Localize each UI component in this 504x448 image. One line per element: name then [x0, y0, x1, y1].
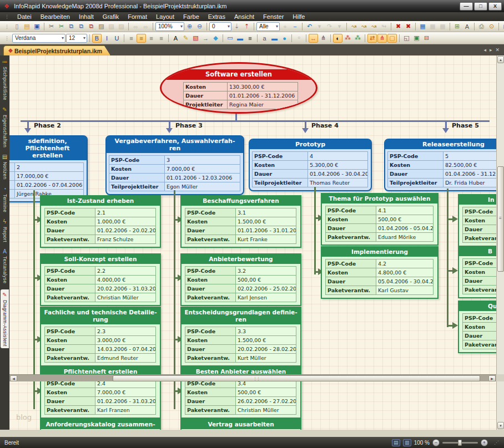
- zoom-slider-thumb[interactable]: [458, 440, 462, 446]
- line-width-icon[interactable]: ≡: [245, 34, 255, 43]
- root-node[interactable]: Software erstellen Kosten130.300,00 €Dau…: [160, 62, 317, 114]
- copy-structure-icon[interactable]: ⧉: [87, 22, 96, 31]
- sidebar-item-report[interactable]: ϟ Report: [1, 218, 9, 242]
- open-folder-icon[interactable]: ▤: [22, 22, 32, 31]
- phase-box-2[interactable]: sdefinition, Pflichtenheft erstellen PSP…: [9, 135, 88, 202]
- level-combo[interactable]: 0▾: [209, 22, 231, 31]
- zoom-slider[interactable]: [442, 442, 478, 444]
- menu-extras[interactable]: Extras: [204, 13, 230, 21]
- tab-prev-icon[interactable]: ◂: [483, 47, 486, 53]
- work-package-box[interactable]: Soll-Konzept erstellen PSP-Code2.2Kosten…: [40, 253, 161, 306]
- phase-box-5[interactable]: Releaseerstellung PSP-Code5Kosten82.500,…: [384, 139, 496, 191]
- scroll-up-icon[interactable]: ▲: [497, 56, 504, 63]
- fill-color-icon[interactable]: ◆: [211, 34, 220, 43]
- view-normal-icon[interactable]: ▤: [392, 439, 400, 446]
- tab-close-icon[interactable]: ✕: [495, 47, 500, 53]
- new-document-icon[interactable]: ▯: [12, 22, 22, 31]
- scroll-left-icon[interactable]: ◀: [10, 375, 17, 381]
- swap-branches-icon[interactable]: ⇄: [367, 34, 377, 43]
- italic-icon[interactable]: I: [102, 34, 112, 43]
- connector-curve-icon[interactable]: ↝: [359, 22, 369, 31]
- presentation-icon[interactable]: ▢: [501, 22, 504, 31]
- vertical-scrollbar[interactable]: ▲ ▼: [496, 55, 504, 430]
- sidebar-item-textanalyse[interactable]: A Textanalyse: [1, 247, 9, 283]
- zoom-in-icon[interactable]: ⊕: [185, 22, 194, 31]
- font-combo[interactable]: Verdana▾: [12, 34, 65, 43]
- delete-item-icon[interactable]: ✖: [394, 22, 403, 31]
- print-icon[interactable]: ⎙: [477, 22, 486, 31]
- menu-datei[interactable]: Datei: [13, 13, 36, 21]
- tree-structure-icon[interactable]: ⋔: [377, 34, 387, 43]
- zoom-out-icon[interactable]: ⊖: [195, 22, 204, 31]
- scroll-right-icon[interactable]: ▶: [488, 375, 496, 381]
- document-tab[interactable]: ❖ BeispielProjektstrukturplan.ikm: [3, 45, 110, 55]
- arrow-style-icon[interactable]: →: [201, 34, 210, 43]
- work-package-box[interactable]: Beschaffungsverfahren PSP-Code3.1Kosten1…: [180, 195, 301, 248]
- level-down-icon[interactable]: ⇣: [232, 22, 241, 31]
- horizontal-scrollbar[interactable]: ◀ ▶: [9, 374, 496, 381]
- menu-ansicht[interactable]: Ansicht: [230, 13, 259, 21]
- menu-layout[interactable]: Layout: [152, 13, 179, 21]
- work-package-box[interactable]: Vertrag ausarbeiten: [180, 419, 301, 430]
- work-package-box[interactable]: In PSP-CodeKostenDauerPaketverantw.: [458, 194, 496, 247]
- minimize-button[interactable]: —: [460, 2, 473, 11]
- work-package-box[interactable]: Entscheidungsgrundlagen definie- ren PSP…: [180, 307, 301, 366]
- work-package-box[interactable]: Ist-Zustand erheben PSP-Code2.1Kosten1.0…: [40, 195, 161, 248]
- work-package-box[interactable]: Implementierung PSP-Code4.2Kosten4.800,0…: [321, 246, 439, 299]
- menu-bearbeiten[interactable]: Bearbeiten: [36, 13, 74, 21]
- cut-special-icon[interactable]: ✂: [57, 22, 66, 31]
- node-colors-icon[interactable]: ⁂: [353, 34, 362, 43]
- bold-icon[interactable]: B: [92, 34, 102, 43]
- close-button[interactable]: X: [488, 2, 502, 11]
- selection-frame-icon[interactable]: ▢: [387, 34, 397, 43]
- sidebar-item-eigenschaften[interactable]: ✎ Eigenschaften: [1, 106, 9, 147]
- copy-special-icon[interactable]: ⧉: [77, 22, 86, 31]
- save-icon[interactable]: ▣: [32, 22, 42, 31]
- menu-inhalt[interactable]: Inhalt: [74, 13, 98, 21]
- zoom-in-button[interactable]: +: [481, 439, 488, 446]
- border-color-icon[interactable]: ▧: [191, 34, 200, 43]
- work-package-box[interactable]: Qu PSP-CodeKostenDauerPaketverantw.: [458, 301, 496, 353]
- node-shape-icon[interactable]: ▭: [225, 34, 235, 43]
- contrast-icon[interactable]: ◐: [333, 34, 342, 43]
- work-package-box[interactable]: Anforderungskatalog zusammen-: [40, 419, 161, 430]
- align-right-icon[interactable]: ≡: [147, 34, 156, 43]
- font-color-icon[interactable]: A: [171, 34, 180, 43]
- underline-icon[interactable]: U: [112, 34, 122, 43]
- collapse-minus-icon[interactable]: −: [290, 22, 300, 31]
- menu-grafik[interactable]: Grafik: [98, 13, 123, 21]
- level-up-icon[interactable]: ⇡: [242, 22, 251, 31]
- print-preview-icon[interactable]: ⊙: [487, 22, 496, 31]
- work-package-box[interactable]: Anbieterbewertung PSP-Code3.2Kosten500,0…: [180, 253, 301, 306]
- fit-page-icon[interactable]: ◱: [402, 34, 411, 43]
- menu-farbe[interactable]: Farbe: [179, 13, 204, 21]
- highlight-pen-icon[interactable]: ✎: [181, 34, 190, 43]
- insert-map-icon[interactable]: ▦: [418, 22, 427, 31]
- align-justify-icon[interactable]: ≡: [157, 34, 166, 43]
- maximize-button[interactable]: □: [474, 2, 487, 11]
- zoom-out-button[interactable]: −: [432, 439, 440, 446]
- fit-width-icon[interactable]: ↔: [309, 34, 318, 43]
- work-package-box[interactable]: Fachliche und technische Detailie- rung …: [40, 307, 161, 366]
- line-style-icon[interactable]: ▬: [235, 34, 245, 43]
- resize-grip[interactable]: ⋰: [494, 440, 500, 445]
- connector-curve-2-icon[interactable]: ↝: [369, 22, 379, 31]
- sidebar-item-diagramm-assistent[interactable]: ✎ Diagramm-Assistent: [1, 289, 9, 348]
- font-size-combo[interactable]: 12▾: [66, 34, 87, 43]
- drop-shadow-icon[interactable]: ●: [280, 34, 289, 43]
- phase-box-4[interactable]: Prototyp PSP-Code4Kosten5.300,00 €Dauer0…: [249, 139, 372, 191]
- sidebar-item-termine[interactable]: ◔ Termine: [1, 185, 9, 212]
- sidebar-item-stichpunktliste[interactable]: ≔ Stichpunktliste: [1, 58, 9, 100]
- connector-line-icon[interactable]: ↝: [349, 22, 359, 31]
- org-chart-icon[interactable]: ⊟: [422, 34, 431, 43]
- zoom-combo[interactable]: 100%▾: [155, 22, 184, 31]
- copy-icon[interactable]: ⧉: [67, 22, 76, 31]
- scatter-colors-icon[interactable]: ⁂: [343, 34, 352, 43]
- label-icon[interactable]: a: [260, 34, 269, 43]
- delete-branch-icon[interactable]: ✖: [404, 22, 413, 31]
- undo-icon[interactable]: ↶: [305, 22, 314, 31]
- sort-az-icon[interactable]: A: [462, 22, 472, 31]
- menu-format[interactable]: Format: [123, 13, 152, 21]
- expand-tree-icon[interactable]: ⊞: [452, 22, 462, 31]
- align-left-icon[interactable]: ≡: [127, 34, 136, 43]
